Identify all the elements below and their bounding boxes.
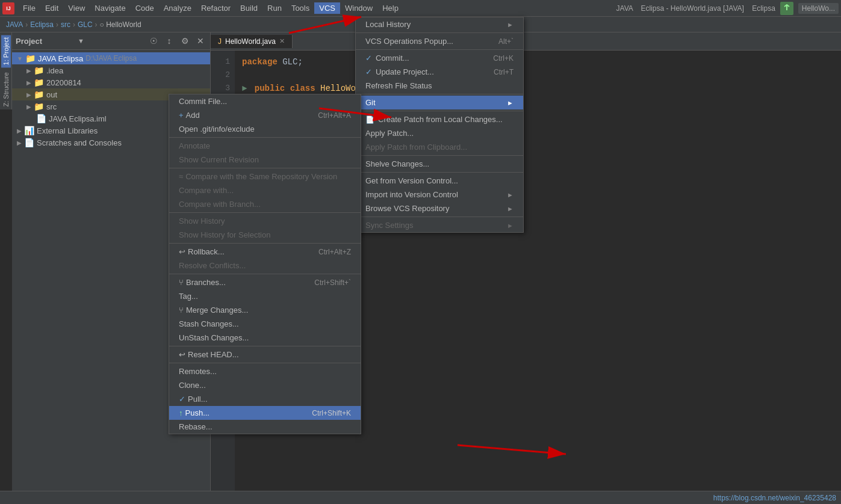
git-resolve-conflicts: Resolve Conflicts... xyxy=(169,259,361,272)
sidebar-title: Project xyxy=(16,37,72,46)
git-remotes[interactable]: Remotes... xyxy=(169,364,361,378)
git-compare-with-branch: Compare with Branch... xyxy=(169,197,361,211)
sidebar-expand-btn[interactable]: ↕ xyxy=(163,35,175,47)
menu-vcs[interactable]: VCS xyxy=(314,2,340,14)
tree-root[interactable]: ▼ 📁 JAVA Eclipsa D:\JAVA Eclipsa xyxy=(12,52,210,64)
statusbar-url: https://blog.csdn.net/weixin_46235428 xyxy=(713,494,836,502)
vcs-local-history[interactable]: Local History ► xyxy=(356,17,523,31)
out-folder-icon: 📁 xyxy=(34,90,44,99)
side-tab-structure[interactable]: Z: Structure xyxy=(1,70,11,109)
menu-view[interactable]: View xyxy=(63,2,90,14)
menubar-right-info: JAVA Eclipsa - HelloWorld.java [JAVA] Ec… xyxy=(616,2,839,15)
sidebar-locate-btn[interactable]: ☉ xyxy=(147,35,160,47)
tree-src-label: src xyxy=(46,102,57,111)
plus-icon: + xyxy=(179,111,184,120)
git-push[interactable]: ↑ Push... Ctrl+Shift+K xyxy=(169,406,361,420)
tree-scratches-label: Scratches and Consoles xyxy=(37,138,122,147)
tree-item-idea[interactable]: ▶ 📁 .idea xyxy=(12,64,210,76)
breadcrumb-eclipsa[interactable]: Eclipsa xyxy=(30,20,54,29)
side-tab-project[interactable]: 1: Project xyxy=(1,35,11,67)
code-line-1: package GLC; xyxy=(242,55,834,69)
reset-icon: ↩ xyxy=(179,350,185,359)
git-submenu: Commit File... + Add Ctrl+Alt+A Open .gi… xyxy=(169,94,361,434)
git-branches[interactable]: ⑂ Branches... Ctrl+Shift+` xyxy=(169,275,361,289)
code-line-2 xyxy=(242,69,834,82)
tab-close-btn[interactable]: ✕ xyxy=(279,37,285,45)
git-open-gitinfo[interactable]: Open .git/info/exclude xyxy=(169,122,361,136)
git-pull[interactable]: ✓ Pull... xyxy=(169,392,361,406)
vcs-browse-vcs[interactable]: Browse VCS Repository ► xyxy=(356,201,523,215)
vcs-commit[interactable]: ✓ Commit... Ctrl+K xyxy=(356,51,523,65)
git-unstash-changes[interactable]: UnStash Changes... xyxy=(169,331,361,345)
git-merge-changes[interactable]: ⑂ Merge Changes... xyxy=(169,303,361,317)
20200814-folder-icon: 📁 xyxy=(34,78,44,87)
patch-icon: 📄 xyxy=(365,115,374,124)
menu-file[interactable]: File xyxy=(18,2,40,14)
editor-tabs: J HelloWorld.java ✕ xyxy=(211,32,841,51)
git-show-current-revision: Show Current Revision xyxy=(169,153,361,167)
code-line-3: ► public class HelloWorld { xyxy=(242,82,834,95)
vcs-push-icon[interactable] xyxy=(780,2,793,15)
menu-edit[interactable]: Edit xyxy=(40,2,63,14)
sidebar-settings-btn[interactable]: ⚙ xyxy=(179,35,191,47)
vcs-apply-patch[interactable]: Apply Patch... xyxy=(356,126,523,140)
sidebar-close-btn[interactable]: ✕ xyxy=(194,35,206,47)
git-stash-changes[interactable]: Stash Changes... xyxy=(169,317,361,331)
menu-refactor[interactable]: Refactor xyxy=(196,2,235,14)
git-tag[interactable]: Tag... xyxy=(169,289,361,303)
editor-tab-helloworld[interactable]: J HelloWorld.java ✕ xyxy=(211,35,293,48)
tree-20200814-label: 20200814 xyxy=(46,78,81,87)
breadcrumb-java[interactable]: JAVA xyxy=(6,20,23,29)
menu-build[interactable]: Build xyxy=(235,2,262,14)
extlibs-icon: 📊 xyxy=(24,126,34,135)
menu-navigate[interactable]: Navigate xyxy=(90,2,130,14)
menu-tools[interactable]: Tools xyxy=(287,2,314,14)
pull-icon: ✓ xyxy=(179,395,185,404)
menubar: IJ File Edit View Navigate Code Analyze … xyxy=(0,0,841,17)
menu-help[interactable]: Help xyxy=(377,2,403,14)
git-annotate: Annotate xyxy=(169,139,361,153)
git-compare-same-repo: ≈ Compare with the Same Repository Versi… xyxy=(169,170,361,183)
menu-code[interactable]: Code xyxy=(131,2,159,14)
vcs-import-into-vcs[interactable]: Import into Version Control ► xyxy=(356,188,523,201)
sidebar-toolbar: Project ▼ ☉ ↕ ⚙ ✕ xyxy=(12,32,210,50)
vcs-refresh-file-status[interactable]: Refresh File Status xyxy=(356,79,523,93)
tree-extlibs-label: External Libraries xyxy=(37,126,98,135)
git-add[interactable]: + Add Ctrl+Alt+A xyxy=(169,108,361,122)
menu-window[interactable]: Window xyxy=(340,2,377,14)
git-compare-with: Compare with... xyxy=(169,183,361,197)
vcs-operations-popup[interactable]: VCS Operations Popup... Alt+` xyxy=(356,34,523,48)
vcs-create-patch[interactable]: 📄 Create Patch from Local Changes... xyxy=(356,112,523,126)
breadcrumb-glc[interactable]: GLC xyxy=(78,20,93,29)
vcs-update-project[interactable]: ✓ Update Project... Ctrl+T xyxy=(356,65,523,79)
tree-idea-label: .idea xyxy=(46,66,63,75)
app-logo: IJ xyxy=(2,2,14,14)
tree-item-20200814[interactable]: ▶ 📁 20200814 xyxy=(12,76,210,88)
scratches-icon: 📄 xyxy=(24,138,34,147)
git-reset-head[interactable]: ↩ Reset HEAD... xyxy=(169,348,361,361)
git-rollback[interactable]: ↩ Rollback... Ctrl+Alt+Z xyxy=(169,245,361,259)
push-icon: ↑ xyxy=(179,408,183,417)
vcs-dropdown: Local History ► VCS Operations Popup... … xyxy=(355,17,524,233)
vcs-apply-patch-clipboard: Apply Patch from Clipboard... xyxy=(356,140,523,154)
rollback-icon: ↩ xyxy=(179,247,185,256)
compare-icon: ≈ xyxy=(179,172,183,181)
git-show-history: Show History xyxy=(169,214,361,228)
vcs-sync-settings: Sync Settings ► xyxy=(356,218,523,232)
tree-root-label: JAVA Eclipsa xyxy=(38,54,83,63)
statusbar: https://blog.csdn.net/weixin_46235428 xyxy=(0,491,841,504)
iml-file-icon: 📄 xyxy=(36,114,46,123)
src-folder-icon: 📁 xyxy=(34,102,44,111)
git-rebase[interactable]: Rebase... xyxy=(169,420,361,434)
git-commit-file[interactable]: Commit File... xyxy=(169,94,361,108)
tree-out-label: out xyxy=(46,90,57,99)
menu-run[interactable]: Run xyxy=(262,2,287,14)
git-clone[interactable]: Clone... xyxy=(169,378,361,392)
breadcrumb-src[interactable]: src xyxy=(61,20,70,29)
tab-label: HelloWorld.java xyxy=(225,37,276,46)
tree-iml-label: JAVA Eclipsa.iml xyxy=(49,114,107,123)
vcs-shelve-changes[interactable]: Shelve Changes... xyxy=(356,157,523,171)
vcs-git[interactable]: Git ► xyxy=(356,96,523,109)
menu-analyze[interactable]: Analyze xyxy=(159,2,196,14)
vcs-get-from-vcs[interactable]: Get from Version Control... xyxy=(356,174,523,188)
